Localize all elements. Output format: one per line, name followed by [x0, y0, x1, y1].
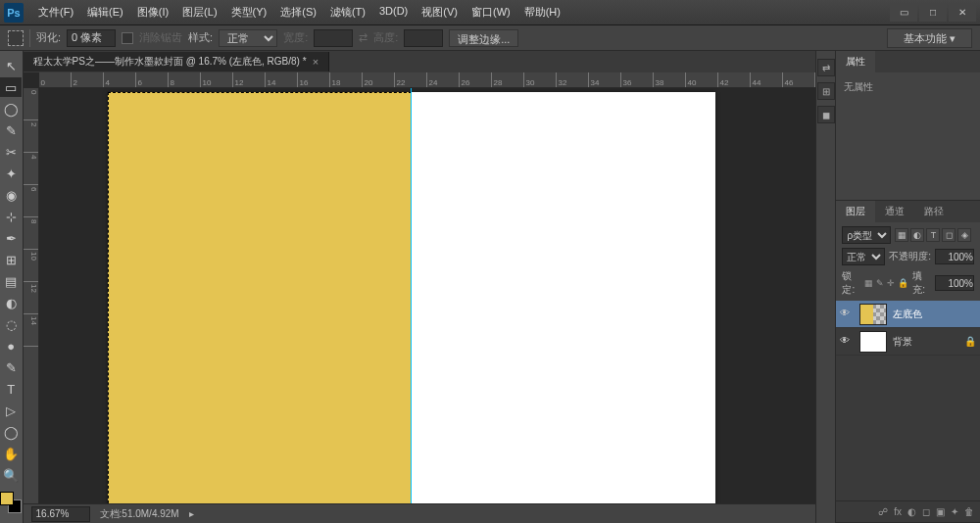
layer-name[interactable]: 背景 — [893, 335, 912, 349]
filter-type-icon[interactable]: T — [926, 228, 940, 242]
properties-body: 无属性 — [836, 72, 980, 200]
close-tab-icon[interactable]: × — [313, 56, 318, 68]
lock-image-icon[interactable]: ✎ — [876, 278, 884, 288]
menu-layer[interactable]: 图层(L) — [175, 1, 223, 24]
main-menu: 文件(F) 编辑(E) 图像(I) 图层(L) 类型(Y) 选择(S) 滤镜(T… — [31, 1, 567, 24]
layer-thumbnail[interactable] — [859, 331, 887, 353]
maximize-button[interactable]: □ — [919, 4, 947, 22]
visibility-icon[interactable]: 👁 — [840, 335, 854, 349]
lock-all-icon[interactable]: 🔒 — [898, 278, 908, 288]
mask-icon[interactable]: ◐ — [907, 506, 916, 517]
refine-edge-button[interactable]: 调整边缘... — [449, 29, 518, 47]
lasso-tool[interactable]: ◯ — [0, 99, 22, 119]
workspace-selector[interactable]: 基本功能 ▾ — [887, 28, 972, 48]
tab-channels[interactable]: 通道 — [875, 201, 914, 222]
marquee-icon[interactable] — [8, 30, 24, 46]
lock-icon: 🔒 — [964, 336, 976, 347]
title-bar: Ps 文件(F) 编辑(E) 图像(I) 图层(L) 类型(Y) 选择(S) 滤… — [0, 0, 980, 25]
gradient-tool[interactable]: ◐ — [0, 293, 22, 312]
fx-icon[interactable]: fx — [894, 506, 902, 517]
delete-layer-icon[interactable]: 🗑 — [964, 506, 974, 517]
filter-shape-icon[interactable]: ◻ — [942, 228, 956, 242]
stamp-tool[interactable]: ✒ — [0, 228, 22, 248]
panel-icon-2[interactable]: ⊞ — [817, 82, 835, 100]
fill-label: 填充: — [912, 269, 931, 297]
zoom-field[interactable] — [31, 506, 90, 522]
layer-row[interactable]: 👁 背景 🔒 — [836, 328, 980, 356]
layer-thumbnail[interactable] — [859, 304, 887, 325]
menu-edit[interactable]: 编辑(E) — [80, 1, 130, 24]
menu-window[interactable]: 窗口(W) — [465, 1, 517, 24]
feather-input[interactable] — [67, 29, 116, 47]
fill-input[interactable] — [935, 275, 974, 291]
canvas[interactable] — [108, 92, 715, 503]
window-controls: ▭ □ ✕ — [888, 4, 976, 22]
close-button[interactable]: ✕ — [949, 4, 976, 22]
brush-tool[interactable]: ⊹ — [0, 207, 22, 226]
blend-mode-select[interactable]: 正常 — [842, 248, 885, 265]
menu-select[interactable]: 选择(S) — [273, 1, 323, 24]
menu-view[interactable]: 视图(V) — [415, 1, 465, 24]
tab-layers[interactable]: 图层 — [836, 201, 875, 222]
minimize-button[interactable]: ▭ — [890, 4, 917, 22]
panel-icon-1[interactable]: ⇄ — [817, 59, 835, 76]
visibility-icon[interactable]: 👁 — [840, 308, 854, 321]
width-input — [314, 29, 353, 47]
filter-smart-icon[interactable]: ◈ — [957, 228, 971, 242]
layer-kind-filter[interactable]: ρ类型 — [842, 226, 891, 244]
horizontal-ruler[interactable]: 0246810121416182022242628303234363840424… — [39, 72, 815, 88]
lock-position-icon[interactable]: ✛ — [887, 278, 895, 288]
eyedropper-tool[interactable]: ✦ — [0, 164, 22, 183]
heal-tool[interactable]: ◉ — [0, 185, 22, 205]
panel-icon-3[interactable]: ◼ — [817, 106, 835, 123]
foreground-color[interactable] — [0, 492, 14, 505]
path-tool[interactable]: ▷ — [0, 401, 22, 420]
crop-tool[interactable]: ✂ — [0, 142, 22, 162]
pen-tool[interactable]: ✎ — [0, 357, 22, 377]
antialias-checkbox — [122, 32, 133, 44]
toolbox: ↖ ▭ ◯ ✎ ✂ ✦ ◉ ⊹ ✒ ⊞ ▤ ◐ ◌ ● ✎ T ▷ ◯ ✋ 🔍 — [0, 51, 24, 523]
adjustment-icon[interactable]: ◻ — [922, 506, 930, 517]
menu-image[interactable]: 图像(I) — [130, 1, 175, 24]
filter-pixel-icon[interactable]: ▦ — [895, 228, 908, 242]
canvas-wrapper[interactable] — [39, 88, 815, 503]
lock-transparency-icon[interactable]: ▦ — [864, 278, 873, 288]
hand-tool[interactable]: ✋ — [0, 444, 22, 463]
blur-tool[interactable]: ◌ — [0, 314, 22, 334]
menu-file[interactable]: 文件(F) — [31, 1, 80, 24]
menu-help[interactable]: 帮助(H) — [517, 1, 567, 24]
tab-properties[interactable]: 属性 — [836, 51, 875, 72]
type-tool[interactable]: T — [0, 379, 22, 399]
layer-filter-icons[interactable]: ▦ ◐ T ◻ ◈ — [895, 228, 971, 242]
dodge-tool[interactable]: ● — [0, 336, 22, 356]
marquee-tool[interactable]: ▭ — [0, 77, 22, 97]
document-tab[interactable]: 程太太学PS之——制作水墨款封面 @ 16.7% (左底色, RGB/8) * … — [24, 52, 330, 71]
vertical-guide[interactable] — [411, 88, 412, 503]
layer-name[interactable]: 左底色 — [893, 308, 922, 321]
menu-type[interactable]: 类型(Y) — [224, 1, 274, 24]
shape-tool[interactable]: ◯ — [0, 422, 22, 442]
opacity-input[interactable] — [935, 249, 974, 264]
width-label: 宽度: — [283, 30, 308, 45]
tab-paths[interactable]: 路径 — [914, 201, 954, 222]
group-icon[interactable]: ▣ — [936, 506, 945, 517]
filter-adjust-icon[interactable]: ◐ — [910, 228, 924, 242]
color-swatches[interactable] — [0, 492, 22, 513]
vertical-ruler[interactable]: 02468101214 — [24, 88, 39, 503]
layer-row[interactable]: 👁 左底色 — [836, 301, 980, 328]
history-brush-tool[interactable]: ⊞ — [0, 250, 22, 269]
chevron-down-icon: ▾ — [950, 32, 956, 44]
link-layers-icon[interactable]: ☍ — [878, 506, 888, 517]
menu-3d[interactable]: 3D(D) — [372, 1, 415, 24]
style-label: 样式: — [188, 30, 213, 45]
style-select[interactable]: 正常 — [219, 29, 277, 47]
wand-tool[interactable]: ✎ — [0, 120, 22, 140]
new-layer-icon[interactable]: ✦ — [951, 506, 958, 517]
document-tab-bar: 程太太学PS之——制作水墨款封面 @ 16.7% (左底色, RGB/8) * … — [24, 51, 815, 72]
menu-filter[interactable]: 滤镜(T) — [323, 1, 372, 24]
eraser-tool[interactable]: ▤ — [0, 271, 22, 291]
move-tool[interactable]: ↖ — [0, 56, 22, 75]
selection-region[interactable] — [108, 92, 412, 503]
zoom-tool[interactable]: 🔍 — [0, 465, 22, 485]
chevron-right-icon[interactable]: ▸ — [189, 508, 194, 519]
